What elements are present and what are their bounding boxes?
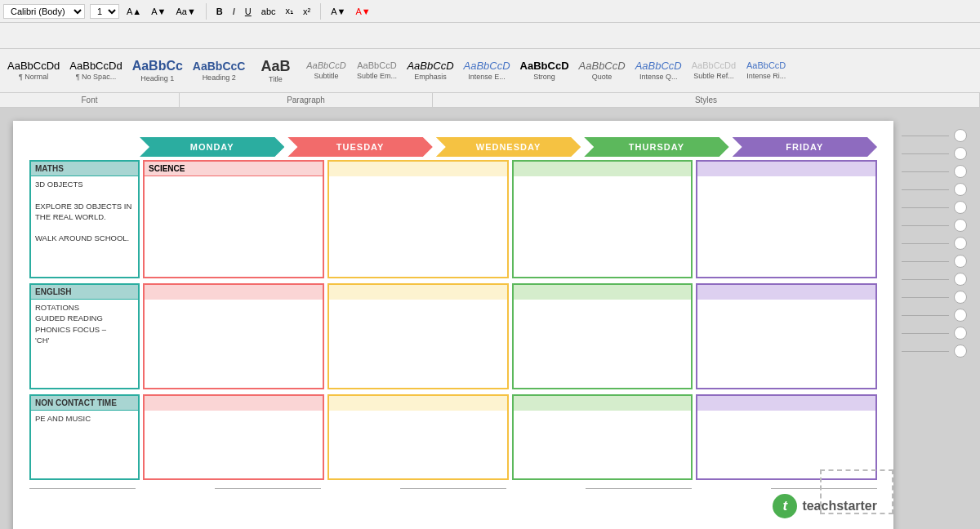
checkbox-circle-3[interactable] <box>954 165 967 178</box>
shrink-font-button[interactable]: A▼ <box>149 6 168 17</box>
checkbox-row-2 <box>902 147 967 160</box>
style-intenseem-preview: AaBbCcD <box>464 60 510 71</box>
checkbox-row-3 <box>902 165 967 178</box>
checkbox-circle-11[interactable] <box>954 309 967 322</box>
english-tuesday-cell[interactable] <box>143 283 324 389</box>
noncontact-tuesday-cell[interactable] <box>143 394 324 480</box>
checkbox-circle-9[interactable] <box>954 273 967 286</box>
underline-button[interactable]: U <box>243 6 254 17</box>
strikethrough-button[interactable]: abc <box>259 6 278 17</box>
grow-font-button[interactable]: A▲ <box>124 6 144 17</box>
style-intense-em[interactable]: AaBbCcD Intense E... <box>460 51 514 91</box>
checkbox-row-6 <box>902 219 967 232</box>
nc-wed-header <box>329 396 507 411</box>
style-normal-preview: AaBbCcDd <box>7 60 60 71</box>
maths-header: MATHS <box>31 162 138 176</box>
noncontact-wednesday-body <box>329 411 507 478</box>
checkbox-row-8 <box>902 255 967 268</box>
checkbox-circle-13[interactable] <box>954 345 967 358</box>
style-heading2[interactable]: AaBbCcC Heading 2 <box>189 51 250 91</box>
checkbox-circle-5[interactable] <box>954 201 967 214</box>
bottom-line-4 <box>586 488 692 489</box>
maths-thursday-body <box>514 176 692 277</box>
style-intense-ref[interactable]: AaBbCcD Intense Ri... <box>742 51 791 91</box>
maths-thursday-cell[interactable] <box>512 160 693 278</box>
checkbox-circle-7[interactable] <box>954 237 967 250</box>
main-content: MONDAY TUESDAY WEDNESDAY THURSDAY FRIDAY <box>0 108 980 529</box>
checkbox-line-10 <box>902 297 949 298</box>
style-quote-name: Quote <box>592 73 612 81</box>
checkbox-circle-2[interactable] <box>954 147 967 160</box>
document: MONDAY TUESDAY WEDNESDAY THURSDAY FRIDAY <box>13 121 893 529</box>
checkbox-line-2 <box>902 153 949 154</box>
english-subject-cell[interactable]: ENGLISH ROTATIONSGUIDED READINGPHONICS F… <box>29 283 140 389</box>
document-wrapper: MONDAY TUESDAY WEDNESDAY THURSDAY FRIDAY <box>13 121 893 516</box>
bottom-line-1 <box>29 488 136 489</box>
checkbox-circle-4[interactable] <box>954 183 967 196</box>
style-emphasis[interactable]: AaBbCcD Emphasis <box>403 51 457 91</box>
checkbox-circle-8[interactable] <box>954 255 967 268</box>
checkbox-row-9 <box>902 273 967 286</box>
style-h2-preview: AaBbCcC <box>193 60 246 72</box>
checkbox-line-4 <box>902 189 949 190</box>
checkbox-circle-12[interactable] <box>954 327 967 340</box>
english-wednesday-body <box>329 300 507 388</box>
english-thursday-cell[interactable] <box>512 283 693 389</box>
wednesday-header: WEDNESDAY <box>436 137 581 157</box>
noncontact-friday-body <box>697 411 875 478</box>
style-title-name: Title <box>269 75 283 83</box>
style-strong-preview: AaBbCcD <box>520 60 569 71</box>
english-header: ENGLISH <box>31 285 138 300</box>
wednesday-label: WEDNESDAY <box>476 142 541 152</box>
style-quote[interactable]: AaBbCcD Quote <box>575 51 630 91</box>
noncontact-thursday-cell[interactable] <box>512 394 693 480</box>
monday-header: MONDAY <box>140 137 284 157</box>
science-header: SCIENCE <box>145 162 323 176</box>
change-case-button[interactable]: Aa▼ <box>173 6 198 17</box>
noncontact-wednesday-cell[interactable] <box>327 394 509 480</box>
style-title-preview: AaB <box>261 59 290 73</box>
checkbox-circle-6[interactable] <box>954 219 967 232</box>
maths-friday-body <box>697 176 875 277</box>
english-wednesday-cell[interactable] <box>327 283 509 389</box>
english-thursday-body <box>514 300 692 388</box>
maths-tuesday-cell[interactable]: SCIENCE <box>143 160 324 278</box>
font-selector[interactable]: Calibri (Body) <box>3 4 85 19</box>
checkbox-circle-10[interactable] <box>954 291 967 304</box>
maths-subject-cell[interactable]: MATHS 3D OBJECTSEXPLORE 3D OBJECTS IN TH… <box>29 160 140 278</box>
style-intense-q[interactable]: AaBbCcD Intense Q... <box>631 51 686 91</box>
style-title[interactable]: AaB Title <box>251 51 300 91</box>
text-highlight-button[interactable]: A▼ <box>328 6 348 17</box>
style-h1-name: Heading 1 <box>140 74 174 82</box>
maths-friday-cell[interactable] <box>696 160 877 278</box>
style-normal[interactable]: AaBbCcDd ¶ Normal <box>3 51 64 91</box>
divider2 <box>320 3 321 20</box>
checkbox-circle-1[interactable] <box>954 129 967 142</box>
italic-button[interactable]: I <box>230 6 238 17</box>
superscript-button[interactable]: x² <box>301 6 313 17</box>
noncontact-friday-cell[interactable] <box>696 394 877 480</box>
noncontact-header: NON CONTACT TIME <box>31 396 138 411</box>
font-color-button[interactable]: A▼ <box>353 6 372 17</box>
style-nospace[interactable]: AaBbCcDd ¶ No Spac... <box>65 51 126 91</box>
maths-wednesday-cell[interactable] <box>327 160 509 278</box>
maths-wednesday-body <box>329 176 507 277</box>
font-size-selector[interactable]: 12 <box>90 4 119 19</box>
bold-button[interactable]: B <box>214 6 225 17</box>
style-subtleem[interactable]: AaBbCcD Subtle Em... <box>352 51 401 91</box>
bottom-line-2 <box>215 488 321 489</box>
style-intenseref-preview: AaBbCcD <box>746 61 786 70</box>
thursday-label: THURSDAY <box>629 142 684 152</box>
noncontact-subject-cell[interactable]: NON CONTACT TIME PE AND MUSIC <box>29 394 140 480</box>
checkbox-row-4 <box>902 183 967 196</box>
subscript-button[interactable]: x₁ <box>283 5 296 17</box>
maths-tuesday-body <box>145 176 323 277</box>
style-intenseq-name: Intense Q... <box>639 73 678 81</box>
tuesday-label: TUESDAY <box>336 142 385 152</box>
style-heading1[interactable]: AaBbCc Heading 1 <box>128 51 187 91</box>
english-tue-header <box>145 285 323 300</box>
english-friday-cell[interactable] <box>696 283 877 389</box>
style-subtitle[interactable]: AaBbCcD Subtitle <box>301 51 350 91</box>
style-strong[interactable]: AaBbCcD Strong <box>516 51 573 91</box>
style-subtle-ref[interactable]: AaBbCcDd Subtle Ref... <box>688 51 740 91</box>
